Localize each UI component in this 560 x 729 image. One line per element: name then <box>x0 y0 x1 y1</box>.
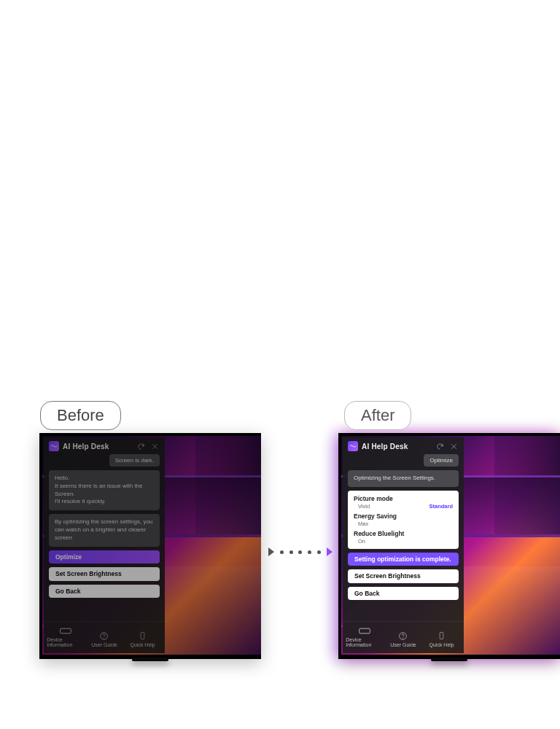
comparison-stage: Before After AI Help Desk <box>0 401 560 693</box>
user-message: Screen is dark. <box>109 454 160 467</box>
help-desk-panel-before: AI Help Desk Screen is dark. Hello. It s… <box>44 437 165 653</box>
ai-logo-icon <box>49 441 59 451</box>
footer-label: User Guide <box>91 642 117 647</box>
phone-icon <box>436 631 448 640</box>
phone-icon <box>137 631 149 640</box>
panel-title: AI Help Desk <box>362 443 431 451</box>
settings-card: Picture mode Vivid Standard Energy Savin… <box>348 491 459 549</box>
panel-footer: Device Information User Guide Quick Help <box>343 621 464 653</box>
device-icon <box>359 626 370 635</box>
tv-stand <box>431 658 467 661</box>
setting-label: Picture mode <box>354 495 453 502</box>
setting-picture-mode: Picture mode Vivid Standard <box>354 495 453 510</box>
panel-header: AI Help Desk <box>343 437 464 454</box>
setting-new-value: Standard <box>429 503 453 510</box>
device-icon <box>60 626 71 635</box>
footer-user-guide[interactable]: User Guide <box>85 631 123 647</box>
setting-old-value: Vivid <box>358 503 370 510</box>
footer-quick-help[interactable]: Quick Help <box>423 631 461 647</box>
setting-old-value: Max <box>358 521 368 527</box>
svg-rect-7 <box>440 632 443 639</box>
panel-body: Optimize Optimizing the Screen Settings.… <box>343 454 464 621</box>
footer-label: User Guide <box>390 642 416 647</box>
svg-point-1 <box>101 632 108 639</box>
ai-status-optimizing: Optimizing the Screen Settings. <box>348 470 459 487</box>
footer-user-guide[interactable]: User Guide <box>384 631 422 647</box>
tv-before-screen: AI Help Desk Screen is dark. Hello. It s… <box>42 436 261 655</box>
close-icon[interactable] <box>448 441 459 451</box>
footer-label: Quick Help <box>429 642 454 647</box>
svg-point-2 <box>104 637 105 638</box>
footer-device-info[interactable]: Device Information <box>346 626 384 647</box>
panel-header: AI Help Desk <box>44 437 165 454</box>
help-circle-icon <box>397 631 409 640</box>
setting-energy-saving: Energy Saving Max <box>354 512 453 527</box>
svg-rect-0 <box>61 628 71 634</box>
ai-message-1: Hello. It seems there is an issue with t… <box>49 470 160 510</box>
user-message: Optimize <box>424 454 459 467</box>
set-brightness-button[interactable]: Set Screen Brightness <box>348 569 459 583</box>
ai-message-2: By optimizing the screen settings, you c… <box>49 514 160 546</box>
go-back-button[interactable]: Go Back <box>49 585 160 599</box>
tv-before: AI Help Desk Screen is dark. Hello. It s… <box>39 433 261 659</box>
go-back-button[interactable]: Go Back <box>348 587 459 601</box>
optimization-complete-status: Setting optimization is complete. <box>348 553 459 566</box>
help-desk-panel-after: AI Help Desk Optimize Optimizing the Scr… <box>343 437 464 653</box>
footer-label: Device Information <box>47 637 85 647</box>
close-icon[interactable] <box>149 441 160 451</box>
svg-rect-4 <box>359 628 370 634</box>
setting-reduce-bluelight: Reduce Bluelight On <box>354 530 453 545</box>
before-label: Before <box>40 401 121 430</box>
footer-quick-help[interactable]: Quick Help <box>124 631 162 647</box>
panel-title: AI Help Desk <box>63 443 132 451</box>
set-brightness-button[interactable]: Set Screen Brightness <box>49 567 160 581</box>
tv-stand <box>132 658 168 661</box>
svg-point-6 <box>403 637 404 638</box>
panel-footer: Device Information User Guide Quick Help <box>44 621 165 653</box>
setting-label: Reduce Bluelight <box>354 530 453 537</box>
refresh-icon[interactable] <box>435 441 445 451</box>
help-circle-icon <box>98 631 110 640</box>
footer-label: Quick Help <box>131 642 155 647</box>
setting-label: Energy Saving <box>354 512 453 520</box>
tv-after: AI Help Desk Optimize Optimizing the Scr… <box>338 433 560 659</box>
transition-arrow-icon <box>268 547 332 557</box>
ai-logo-icon <box>348 441 358 451</box>
svg-rect-3 <box>141 632 144 639</box>
panel-body: Screen is dark. Hello. It seems there is… <box>44 454 165 621</box>
setting-old-value: On <box>358 538 365 545</box>
footer-label: Device Information <box>346 637 384 647</box>
refresh-icon[interactable] <box>136 441 146 451</box>
footer-device-info[interactable]: Device Information <box>47 626 85 647</box>
optimize-button[interactable]: Optimize <box>49 550 160 564</box>
after-label: After <box>344 401 411 430</box>
tv-after-screen: AI Help Desk Optimize Optimizing the Scr… <box>341 436 560 655</box>
